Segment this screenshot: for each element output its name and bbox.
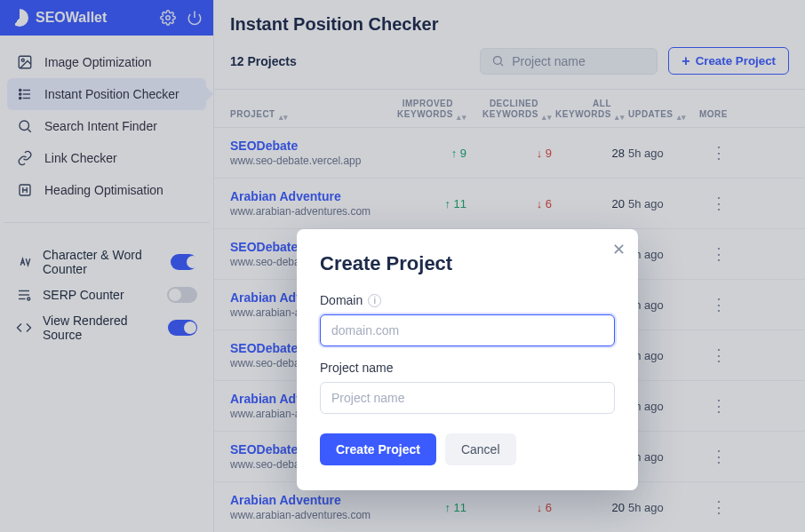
modal-submit-button[interactable]: Create Project	[320, 433, 436, 465]
modal-cancel-button[interactable]: Cancel	[445, 433, 516, 465]
app-root: SEOWallet Image OptimizationInstant Posi…	[0, 0, 805, 532]
info-icon[interactable]: i	[368, 294, 381, 307]
close-icon: ✕	[612, 241, 626, 258]
create-project-modal: ✕ Create Project Domain i Project name C…	[297, 229, 638, 490]
domain-label: Domain i	[320, 293, 615, 307]
modal-actions: Create Project Cancel	[320, 433, 615, 465]
domain-input[interactable]	[320, 314, 615, 346]
modal-close-button[interactable]: ✕	[612, 240, 626, 259]
modal-title: Create Project	[320, 252, 615, 275]
project-name-input[interactable]	[320, 382, 615, 414]
project-name-label: Project name	[320, 361, 615, 375]
